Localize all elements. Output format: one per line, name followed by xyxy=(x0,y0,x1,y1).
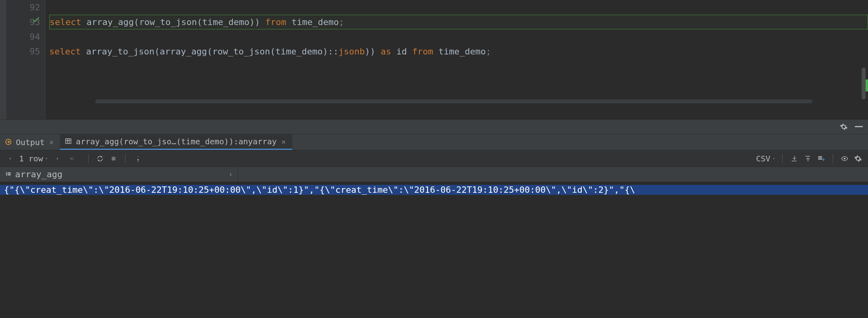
code-line[interactable] xyxy=(49,0,868,15)
gear-icon[interactable] xyxy=(839,122,849,132)
row-count[interactable]: 1 row xyxy=(19,154,48,163)
svg-rect-9 xyxy=(6,172,7,173)
reload-icon[interactable] xyxy=(95,153,105,164)
code-editor[interactable]: 92 93 94 95 select array_agg(row_to_json… xyxy=(0,0,868,119)
export-format-dropdown[interactable]: CSV xyxy=(756,154,776,163)
eye-icon[interactable] xyxy=(839,153,850,164)
minimize-icon[interactable] xyxy=(854,122,864,132)
vertical-scrollbar[interactable] xyxy=(862,68,866,99)
panel-header-strip xyxy=(0,119,868,134)
line-number[interactable]: 95 xyxy=(6,44,45,59)
tab-label: Output xyxy=(16,138,44,147)
row-count-label: 1 row xyxy=(19,154,43,163)
gutter: 92 93 94 95 xyxy=(6,0,45,119)
divider xyxy=(125,154,125,163)
tab-output[interactable]: Output × xyxy=(0,134,60,150)
table-cell[interactable]: {"{\"creat_time\":\"2016-06-22T19:10:25+… xyxy=(0,185,868,195)
prev-page-icon[interactable] xyxy=(5,153,15,164)
horizontal-scrollbar[interactable] xyxy=(95,99,812,103)
code-line[interactable] xyxy=(49,29,868,44)
add-row-icon[interactable] xyxy=(816,153,826,164)
svg-point-8 xyxy=(844,157,846,159)
table-row[interactable]: {"{\"creat_time\":\"2016-06-22T19:10:25+… xyxy=(0,182,868,197)
download-icon[interactable] xyxy=(789,153,799,164)
upload-icon[interactable] xyxy=(802,153,813,164)
sort-icon[interactable] xyxy=(228,171,233,178)
chevron-down-icon xyxy=(44,157,48,161)
code-line-active[interactable]: select array_agg(row_to_json(time_demo))… xyxy=(49,15,868,29)
output-icon xyxy=(5,138,13,146)
column-header[interactable]: array_agg xyxy=(0,167,238,182)
stop-icon[interactable] xyxy=(108,153,119,164)
code-line[interactable]: select array_to_json(array_agg(row_to_js… xyxy=(49,44,868,59)
result-toolbar: 1 row CSV xyxy=(0,150,868,167)
close-icon[interactable]: × xyxy=(280,138,287,146)
result-header-row: array_agg xyxy=(0,167,868,182)
svg-rect-7 xyxy=(112,157,116,160)
last-page-icon[interactable] xyxy=(67,153,77,164)
line-number[interactable]: 94 xyxy=(6,29,45,44)
line-number[interactable]: 92 xyxy=(6,0,45,15)
tab-result[interactable]: array_agg(row_to_jso…(time_demo)):anyarr… xyxy=(60,134,292,150)
editor-left-margin xyxy=(0,0,6,119)
editor-marker xyxy=(866,80,868,91)
divider xyxy=(782,154,783,163)
check-icon xyxy=(31,15,41,25)
svg-rect-12 xyxy=(8,174,11,175)
gear-icon[interactable] xyxy=(853,153,863,164)
pin-icon[interactable] xyxy=(132,153,142,164)
divider xyxy=(88,154,89,163)
column-type-icon xyxy=(5,171,12,178)
svg-rect-10 xyxy=(8,172,11,173)
svg-rect-0 xyxy=(855,126,863,127)
column-name: array_agg xyxy=(15,169,62,179)
code-content[interactable]: select array_agg(row_to_json(time_demo))… xyxy=(45,0,868,119)
empty-area xyxy=(0,197,868,318)
format-label: CSV xyxy=(756,154,770,163)
next-page-icon[interactable] xyxy=(52,153,63,164)
table-icon xyxy=(65,138,73,145)
divider xyxy=(833,154,833,163)
svg-rect-11 xyxy=(6,174,7,175)
tab-label: array_agg(row_to_jso…(time_demo)):anyarr… xyxy=(76,137,277,146)
result-tabs: Output × array_agg(row_to_jso…(time_demo… xyxy=(0,134,868,150)
chevron-down-icon xyxy=(772,157,776,161)
svg-rect-6 xyxy=(73,157,73,160)
svg-rect-2 xyxy=(66,139,71,143)
close-icon[interactable]: × xyxy=(48,138,55,146)
